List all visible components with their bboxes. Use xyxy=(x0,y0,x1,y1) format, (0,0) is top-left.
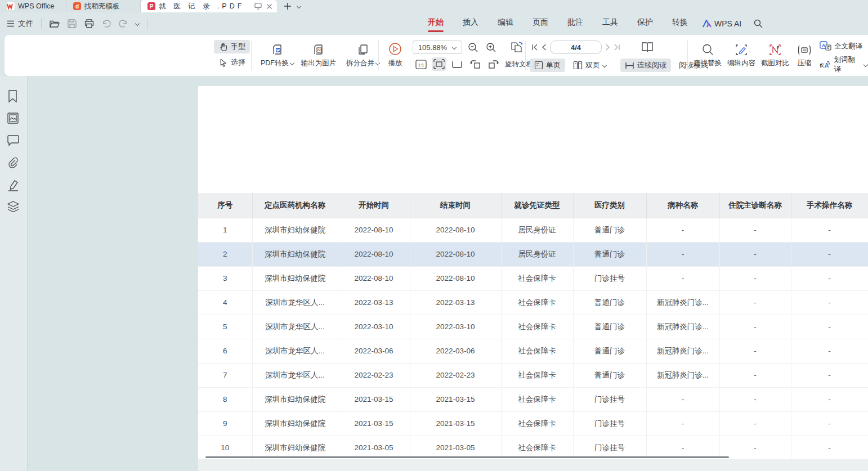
table-cell: - xyxy=(719,411,791,436)
print-icon[interactable] xyxy=(84,19,94,28)
table-cell: 社会保障卡 xyxy=(501,387,573,411)
table-row[interactable]: 3深圳市妇幼保健院2022-08-102022-08-10社会保障卡门诊挂号--… xyxy=(198,266,868,290)
word-translate-button[interactable]: A文 划词翻译 xyxy=(820,55,868,74)
table-cell: - xyxy=(719,363,791,387)
actual-size-button[interactable]: 1:1 xyxy=(414,57,428,71)
menu-insert[interactable]: 插入 xyxy=(462,16,480,31)
quickbar-chevron-icon[interactable] xyxy=(136,22,140,26)
read-mode-icon[interactable] xyxy=(641,41,654,53)
tab-docer-template[interactable]: d 找稻壳模板 xyxy=(66,0,141,12)
table-cell: 社会保障卡 xyxy=(501,411,573,436)
col-header: 住院主诊断名称 xyxy=(719,193,791,218)
edit-content-button[interactable]: 编辑内容 xyxy=(724,42,759,68)
attachment-icon[interactable] xyxy=(7,156,20,169)
table-cell: 2021-03-15 xyxy=(410,411,501,436)
table-cell: 深圳市龙华区人... xyxy=(252,363,338,387)
single-page-button[interactable]: 单页 xyxy=(530,59,565,72)
compress-button[interactable]: 压缩 xyxy=(791,42,817,68)
table-horizontal-scrollbar[interactable] xyxy=(205,456,729,458)
table-cell: - xyxy=(646,387,719,411)
rotate-doc-button[interactable]: 旋转文档 xyxy=(505,60,533,69)
table-cell: - xyxy=(719,218,791,242)
open-file-icon[interactable] xyxy=(50,20,60,28)
table-cell: - xyxy=(719,290,791,315)
close-tab-icon[interactable] xyxy=(266,3,272,10)
table-cell: 6 xyxy=(198,339,252,363)
signature-icon[interactable] xyxy=(7,179,20,192)
zoom-in-button[interactable] xyxy=(484,41,498,54)
tab-label: 就 医 记 录 .PDF xyxy=(159,2,244,11)
page-indicator-input[interactable]: 4/4 xyxy=(550,41,602,54)
undo-icon[interactable] xyxy=(102,20,111,28)
table-cell: 门诊挂号 xyxy=(573,411,646,436)
find-replace-button[interactable]: 查找替换 xyxy=(690,42,725,68)
export-image-button[interactable]: 输出为图片 xyxy=(296,42,341,68)
table-row[interactable]: 4深圳市龙华区人...2022-03-132022-03-13社会保障卡普通门诊… xyxy=(198,290,868,315)
menu-edit[interactable]: 编辑 xyxy=(496,16,514,31)
monitor-icon[interactable] xyxy=(254,3,262,10)
menu-search-icon[interactable] xyxy=(754,19,763,28)
table-cell: 2022-03-06 xyxy=(410,339,501,363)
continuous-read-button[interactable]: 连续阅读 xyxy=(620,59,671,72)
prev-page-button[interactable] xyxy=(542,44,547,51)
play-button[interactable]: 播放 xyxy=(383,42,408,68)
table-cell: 社会保障卡 xyxy=(501,315,573,339)
tab-medical-record-pdf[interactable]: P 就 医 记 录 .PDF xyxy=(141,0,277,12)
table-cell: 2022-08-10 xyxy=(338,218,410,242)
menu-comment[interactable]: 批注 xyxy=(566,16,584,31)
table-row[interactable]: 1深圳市妇幼保健院2022-08-102022-08-10居民身份证普通门诊--… xyxy=(198,218,868,242)
table-row[interactable]: 8深圳市妇幼保健院2021-03-152021-03-15社会保障卡门诊挂号--… xyxy=(198,387,868,411)
save-icon[interactable] xyxy=(68,19,77,28)
col-header: 开始时间 xyxy=(338,193,410,218)
zoom-level-select[interactable]: 105.88% xyxy=(413,41,462,54)
menu-protect[interactable]: 保护 xyxy=(636,16,654,31)
col-header: 病种名称 xyxy=(646,193,719,218)
menu-page[interactable]: 页面 xyxy=(531,16,549,31)
swap-pages-button[interactable] xyxy=(509,41,524,54)
menu-home[interactable]: 开始 xyxy=(427,16,445,31)
wps-ai-entry[interactable]: WPS AI xyxy=(703,19,741,28)
table-row[interactable]: 6深圳市龙华区人...2022-03-062022-03-06社会保障卡普通门诊… xyxy=(198,339,868,363)
tab-wps-office[interactable]: WPS Office xyxy=(0,0,66,12)
col-header: 结束时间 xyxy=(410,193,501,218)
redo-icon[interactable] xyxy=(119,20,128,28)
menu-convert[interactable]: 转换 xyxy=(671,16,689,31)
svg-text:A: A xyxy=(822,43,826,48)
rotate-left-button[interactable] xyxy=(468,57,482,71)
table-row[interactable]: 9深圳市妇幼保健院2021-03-152021-03-15社会保障卡门诊挂号--… xyxy=(198,411,868,436)
table-cell: - xyxy=(646,411,719,436)
table-cell: 普通门诊 xyxy=(573,290,646,315)
fit-page-button[interactable] xyxy=(432,57,446,71)
hand-tool-button[interactable]: 手型 xyxy=(214,40,250,53)
full-translate-button[interactable]: A 全文翻译 xyxy=(820,41,868,51)
table-row[interactable]: 2深圳市妇幼保健院2022-08-102022-08-10居民身份证普通门诊--… xyxy=(198,242,868,266)
first-page-button[interactable] xyxy=(531,44,538,51)
menu-tools[interactable]: 工具 xyxy=(601,16,619,31)
fit-width-button[interactable] xyxy=(450,57,464,71)
table-cell: 深圳市龙华区人... xyxy=(252,290,338,315)
screenshot-compare-button[interactable]: 截图对比 xyxy=(758,42,793,68)
table-row[interactable]: 5深圳市龙华区人...2022-03-102022-03-10社会保障卡普通门诊… xyxy=(198,315,868,339)
tab-list-chevron-icon[interactable] xyxy=(297,5,301,8)
next-page-button[interactable] xyxy=(605,44,610,51)
table-row[interactable]: 7深圳市龙华区人...2022-02-232022-02-23社会保障卡普通门诊… xyxy=(198,363,868,387)
table-cell: 2022-08-10 xyxy=(338,242,410,266)
table-cell: - xyxy=(791,363,868,387)
select-tool-button[interactable]: 选择 xyxy=(214,56,250,69)
thumbnail-icon[interactable] xyxy=(7,112,19,124)
table-cell: 社会保障卡 xyxy=(501,339,573,363)
pdf-convert-button[interactable]: PDF转换 xyxy=(258,42,297,68)
table-cell: 门诊挂号 xyxy=(573,266,646,290)
new-tab-button[interactable] xyxy=(284,2,292,10)
layers-icon[interactable] xyxy=(7,201,20,213)
rotate-right-button[interactable] xyxy=(486,57,500,71)
comment-icon[interactable] xyxy=(7,134,20,146)
full-translate-icon: A xyxy=(820,41,831,51)
double-page-button[interactable]: 双页 xyxy=(569,59,611,72)
document-viewport[interactable]: 序号 定点医药机构名称 开始时间 结束时间 就诊凭证类型 医疗类别 病种名称 住… xyxy=(28,76,868,471)
page-footer-area xyxy=(198,459,868,471)
file-menu[interactable]: 文件 xyxy=(7,19,33,29)
last-page-button[interactable] xyxy=(614,44,620,51)
zoom-out-button[interactable] xyxy=(466,41,480,54)
bookmark-icon[interactable] xyxy=(7,90,19,102)
